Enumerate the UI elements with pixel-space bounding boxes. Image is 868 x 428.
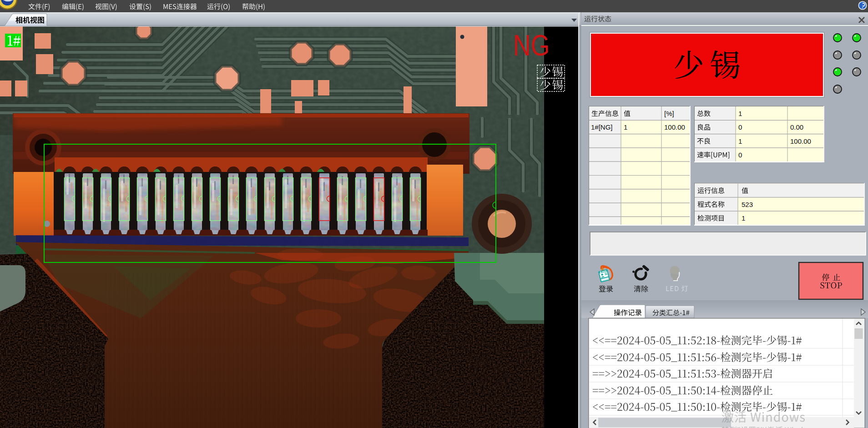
svg-text:1#[NG]: 1#[NG] bbox=[591, 123, 613, 131]
svg-text:1: 1 bbox=[738, 110, 742, 117]
svg-text:0: 0 bbox=[738, 151, 742, 159]
svg-text:523: 523 bbox=[742, 201, 753, 208]
svg-text:100.00: 100.00 bbox=[664, 123, 685, 131]
svg-text:[%]: [%] bbox=[664, 110, 674, 117]
svg-text:1: 1 bbox=[738, 137, 742, 145]
svg-text:100.00: 100.00 bbox=[790, 137, 811, 145]
svg-text:1: 1 bbox=[742, 214, 745, 222]
svg-text:1: 1 bbox=[624, 123, 627, 131]
svg-text:NG: NG bbox=[513, 29, 550, 62]
svg-text:0.00: 0.00 bbox=[790, 123, 803, 131]
svg-text:0: 0 bbox=[738, 123, 742, 131]
